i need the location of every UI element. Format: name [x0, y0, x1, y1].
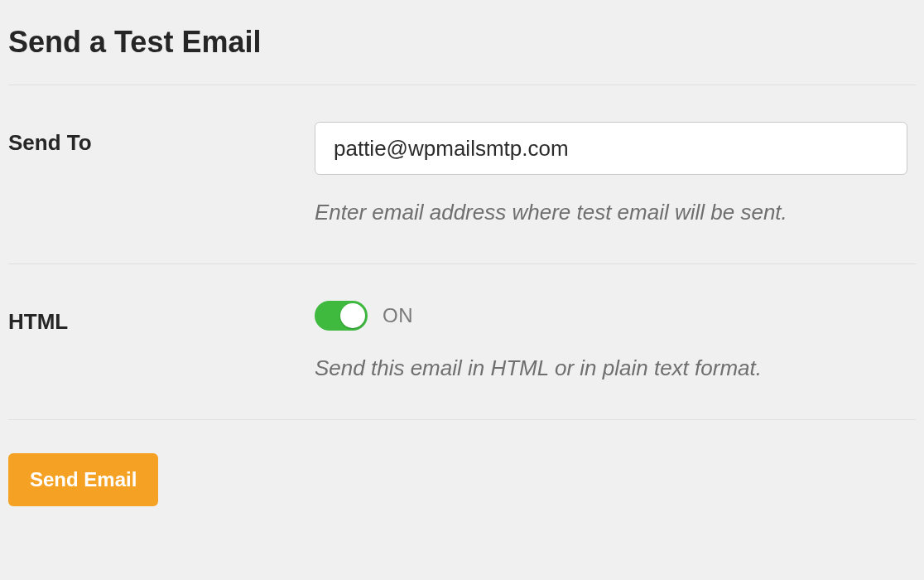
send-to-control: Enter email address where test email wil…: [315, 122, 916, 227]
send-to-help: Enter email address where test email wil…: [315, 198, 916, 227]
send-email-button[interactable]: Send Email: [8, 453, 158, 506]
send-to-input[interactable]: [315, 122, 907, 175]
field-row-send-to: Send To Enter email address where test e…: [8, 85, 916, 263]
test-email-page: Send a Test Email Send To Enter email ad…: [0, 0, 924, 539]
html-label: HTML: [8, 301, 315, 335]
html-control: ON Send this email in HTML or in plain t…: [315, 301, 916, 383]
actions-row: Send Email: [8, 419, 916, 506]
send-to-label: Send To: [8, 122, 315, 156]
page-title: Send a Test Email: [8, 25, 916, 60]
toggle-knob-icon: [340, 303, 365, 328]
html-help: Send this email in HTML or in plain text…: [315, 354, 916, 383]
field-row-html: HTML ON Send this email in HTML or in pl…: [8, 263, 916, 419]
html-toggle[interactable]: [315, 301, 368, 331]
html-toggle-row: ON: [315, 301, 916, 331]
html-toggle-state: ON: [383, 304, 413, 327]
